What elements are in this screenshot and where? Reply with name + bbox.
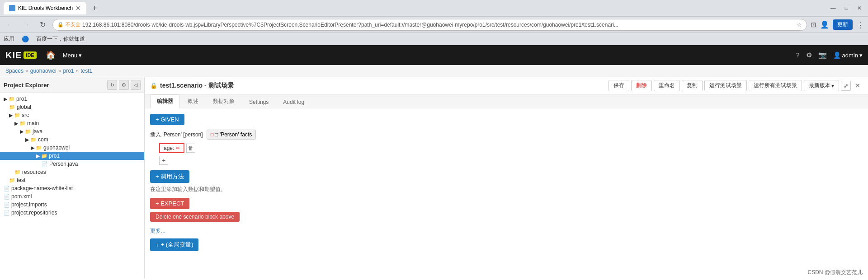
tree-label-resources: resources	[22, 169, 46, 175]
folder-icon: ▶ 📁	[36, 153, 47, 159]
new-tab-button[interactable]: +	[88, 2, 101, 14]
close-btn[interactable]: ✕	[854, 4, 864, 12]
expect-button[interactable]: + EXPECT	[150, 198, 189, 209]
add-field-btn[interactable]: +	[159, 156, 168, 165]
bookmarks-bar: 应用 🔵 百度一下，你就知道	[0, 33, 868, 45]
tab-overview[interactable]: 概述	[181, 94, 205, 108]
tree-item-project-repositories[interactable]: 📄 project.repositories	[0, 209, 144, 217]
update-button[interactable]: 更新	[833, 19, 853, 30]
sidebar-toggle-icon[interactable]: ⊡	[811, 21, 816, 29]
breadcrumb-repo[interactable]: guohaowei	[30, 68, 57, 74]
tree-item-test[interactable]: 📁 test	[0, 176, 144, 184]
tree-item-global[interactable]: 📁 global	[0, 103, 144, 111]
copy-button[interactable]: 复制	[682, 80, 703, 91]
tree-item-person-java[interactable]: 📄 Person.java	[0, 160, 144, 168]
tree-label-guohaowei: guohaowei	[43, 145, 70, 151]
folder-icon: 📁	[14, 169, 21, 175]
content-title: 🔒 test1.scenario - 测试场景	[150, 82, 234, 90]
top-navbar: KIE IDE 🏠 Menu ▾ ? ⚙ 📷 👤 admin ▾	[0, 45, 868, 65]
browser-tab-bar: KIE Drools Workbench ✕ + — □ ✕	[0, 0, 868, 16]
edit-age-icon[interactable]: ✏	[176, 145, 180, 151]
tree-item-pro1-root[interactable]: ▶ 📁 pro1	[0, 95, 144, 103]
field-row-age: age: ✏ 🗑	[159, 143, 863, 153]
tab-editor[interactable]: 编辑器	[150, 94, 180, 108]
tree-label-package-names: package-names-white-list	[11, 185, 73, 191]
tab-close-btn[interactable]: ✕	[75, 5, 81, 12]
delete-scenario-block-btn[interactable]: Delete one scenario block above	[150, 212, 240, 222]
breadcrumb-spaces[interactable]: Spaces	[5, 68, 24, 74]
insert-label: 插入 'Person' [person]	[150, 131, 203, 139]
save-button[interactable]: 保存	[609, 80, 629, 91]
folder-icon: ▶ 📁	[4, 96, 15, 102]
global-variable-button[interactable]: + + (全局变量)	[150, 238, 198, 251]
given-button[interactable]: + GIVEN	[150, 114, 184, 125]
sidebar-refresh-btn[interactable]: ↻	[107, 80, 117, 90]
tree-item-resources[interactable]: 📁 resources	[0, 168, 144, 176]
editor-tabs: 编辑器 概述 数据对象 Settings Audit log	[145, 94, 868, 108]
back-button[interactable]: ←	[4, 19, 16, 31]
active-tab[interactable]: KIE Drools Workbench ✕	[4, 2, 86, 14]
tab-settings[interactable]: Settings	[242, 96, 275, 108]
more-link[interactable]: 更多...	[150, 227, 863, 235]
file-icon: 📄	[4, 202, 10, 208]
admin-chevron-icon: ▾	[859, 52, 863, 59]
latest-version-chevron: ▾	[831, 83, 834, 89]
latest-version-label: 最新版本	[809, 82, 830, 89]
tab-data-objects[interactable]: 数据对象	[206, 94, 241, 108]
run-all-button[interactable]: 运行所有测试场景	[749, 80, 802, 91]
tab-audit-log-label: Audit log	[283, 99, 304, 105]
home-button[interactable]: 🏠	[46, 50, 56, 60]
reload-button[interactable]: ↻	[36, 19, 49, 31]
menu-dots-icon[interactable]: ⋮	[856, 20, 864, 30]
rename-button[interactable]: 重命名	[654, 80, 680, 91]
tree-item-package-names[interactable]: 📄 package-names-white-list	[0, 184, 144, 192]
breadcrumb-file[interactable]: test1	[80, 68, 92, 74]
breadcrumb-project[interactable]: pro1	[63, 68, 74, 74]
tab-title: KIE Drools Workbench	[18, 5, 73, 11]
maximize-btn[interactable]: □	[842, 4, 851, 12]
bookmark-apps[interactable]: 应用	[4, 35, 14, 43]
delete-age-btn[interactable]: 🗑	[186, 144, 195, 153]
breadcrumb-sep-2: »	[58, 68, 61, 74]
delete-button[interactable]: 删除	[631, 80, 652, 91]
age-field-box: age: ✏	[159, 143, 184, 153]
forward-button[interactable]: →	[20, 19, 33, 31]
tree-item-pro1-inner[interactable]: ▶ 📁 pro1	[0, 152, 144, 160]
sidebar-collapse-btn[interactable]: ◁	[131, 80, 141, 90]
close-content-button[interactable]: ✕	[853, 81, 863, 91]
tree-item-src[interactable]: ▶ 📁 src	[0, 111, 144, 119]
facts-badge-button[interactable]: □ □ 'Person' facts	[207, 130, 256, 140]
bookmark-baidu[interactable]: 百度一下，你就知道	[36, 35, 85, 43]
file-icon: 📄	[4, 210, 10, 216]
folder-icon: 📁	[9, 177, 15, 183]
tree-item-com[interactable]: ▶ 📁 com	[0, 135, 144, 144]
bookmark-icon[interactable]: ☆	[797, 21, 802, 28]
run-scenario-button[interactable]: 运行测试场景	[704, 80, 747, 91]
folder-icon: ▶ 📁	[31, 145, 42, 151]
admin-menu[interactable]: 👤 admin ▾	[833, 51, 863, 59]
help-button[interactable]: ?	[796, 51, 800, 59]
tree-item-main[interactable]: ▶ 📁 main	[0, 119, 144, 127]
tab-audit-log[interactable]: Audit log	[276, 96, 311, 108]
tree-item-project-imports[interactable]: 📄 project.imports	[0, 201, 144, 209]
profile-icon[interactable]: 👤	[820, 20, 829, 29]
menu-button[interactable]: Menu ▾	[59, 50, 86, 61]
admin-label: admin	[842, 52, 858, 59]
address-bar[interactable]: 🔒 不安全 192.168.86.101:8080/drools-wb/kie-…	[52, 19, 807, 31]
tree-item-guohaowei[interactable]: ▶ 📁 guohaowei	[0, 144, 144, 152]
tree-item-pom[interactable]: 📄 pom.xml	[0, 192, 144, 201]
security-label: 不安全	[66, 21, 80, 28]
tree-label-project-repositories: project.repositories	[11, 210, 57, 216]
tree-label-test: test	[17, 177, 25, 183]
latest-version-button[interactable]: 最新版本 ▾	[804, 80, 839, 91]
expand-button[interactable]: ⤢	[841, 81, 851, 91]
sidebar-header: Project Explorer ↻ ⚙ ◁	[0, 77, 144, 93]
settings-button[interactable]: ⚙	[806, 51, 812, 59]
camera-button[interactable]: 📷	[818, 51, 827, 59]
sidebar-settings-btn[interactable]: ⚙	[119, 80, 129, 90]
minimize-btn[interactable]: —	[828, 4, 839, 12]
breadcrumb-sep-3: »	[76, 68, 79, 74]
tree-item-java[interactable]: ▶ 📁 java	[0, 127, 144, 135]
sidebar-title: Project Explorer	[4, 82, 49, 89]
call-method-button[interactable]: + 调用方法	[150, 170, 189, 183]
